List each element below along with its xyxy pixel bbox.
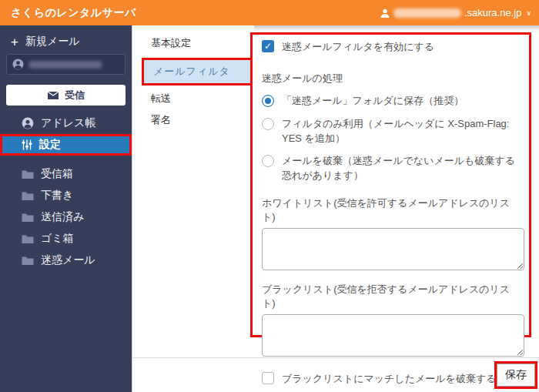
settings-menu: 基本設定 メールフィルタ 転送 署名	[132, 25, 254, 392]
webmail-app: さくらのレンタルサーバ .sakura.ne.jp ∨ + 新規メール	[0, 0, 539, 392]
sidebar: + 新規メール 受信 アドレス帳	[0, 25, 132, 392]
folder-icon	[22, 234, 34, 244]
discard-blacklist-checkbox-row[interactable]: ブラックリストにマッチしたメールを破棄する	[262, 372, 520, 387]
app-title: さくらのレンタルサーバ	[11, 6, 136, 20]
account-domain: .sakura.ne.jp	[464, 7, 521, 18]
folder-icon	[22, 213, 34, 223]
folder-label: 送信済み	[41, 210, 84, 224]
sidebar-item-inbox[interactable]: 受信箱	[22, 167, 73, 181]
redacted-account-name	[393, 8, 461, 18]
spam-handling-label: 迷惑メールの処理	[262, 72, 520, 85]
person-circle-icon	[12, 59, 24, 70]
chevron-down-icon: ∨	[526, 9, 531, 17]
whitelist-textarea[interactable]	[262, 228, 524, 270]
address-book-label: アドレス帳	[41, 116, 95, 130]
account-menu[interactable]: .sakura.ne.jp ∨	[380, 7, 531, 18]
radio-label: 「迷惑メール」フォルダに保存（推奨）	[282, 94, 464, 109]
folder-icon	[22, 169, 34, 179]
save-button-annotation: 保存	[494, 361, 537, 389]
folder-label: 受信箱	[41, 167, 73, 181]
user-icon	[380, 8, 390, 18]
sliders-icon	[22, 139, 32, 150]
account-selector[interactable]	[6, 54, 126, 75]
mail-filter-form: ✓ 迷惑メールフィルタを有効にする 迷惑メールの処理 「迷惑メール」フォルダに保…	[250, 32, 531, 337]
blacklist-textarea[interactable]	[262, 314, 524, 357]
sidebar-item-spam[interactable]: 迷惑メール	[22, 253, 95, 267]
folder-icon	[22, 191, 34, 201]
sidebar-item-sent[interactable]: 送信済み	[22, 210, 84, 224]
tab-forwarding[interactable]: 転送	[151, 92, 171, 106]
enable-spam-filter-checkbox-row[interactable]: ✓ 迷惑メールフィルタを有効にする	[262, 40, 520, 55]
discard-blacklist-label: ブラックリストにマッチしたメールを破棄する	[282, 372, 496, 387]
save-button[interactable]: 保存	[497, 364, 535, 387]
sidebar-item-settings[interactable]: 設定	[0, 134, 132, 156]
radio-selected-icon[interactable]	[262, 95, 274, 107]
redacted-account-name	[28, 61, 102, 69]
receive-button[interactable]: 受信	[6, 85, 126, 106]
new-mail-label: 新規メール	[25, 35, 80, 49]
folder-label: 下書き	[41, 189, 73, 203]
checkbox-checked-icon[interactable]: ✓	[262, 40, 274, 52]
sidebar-item-drafts[interactable]: 下書き	[22, 189, 73, 203]
tab-signature[interactable]: 署名	[151, 113, 171, 127]
address-book-icon	[22, 117, 34, 129]
whitelist-label: ホワイトリスト(受信を許可するメールアドレスのリスト)	[262, 196, 520, 224]
enable-spam-filter-label: 迷惑メールフィルタを有効にする	[282, 40, 434, 55]
settings-label: 設定	[39, 138, 61, 152]
folder-label: ゴミ箱	[41, 232, 74, 246]
folder-label: 迷惑メール	[41, 253, 95, 267]
sidebar-item-address-book[interactable]: アドレス帳	[22, 116, 95, 130]
radio-filter-only[interactable]: フィルタのみ利用（メールヘッダに X-Spam-Flag: YES を追加）	[262, 117, 520, 146]
receive-label: 受信	[65, 89, 85, 102]
radio-discard-mail[interactable]: メールを破棄（迷惑メールでないメールも破棄する恐れがあります）	[262, 154, 520, 183]
inbox-icon	[47, 91, 59, 100]
app-header: さくらのレンタルサーバ .sakura.ne.jp ∨	[0, 0, 539, 25]
tab-mail-filter-label: メールフィルタ	[144, 60, 250, 83]
radio-label: フィルタのみ利用（メールヘッダに X-Spam-Flag: YES を追加）	[282, 117, 520, 146]
blacklist-label: ブラックリスト(受信を拒否するメールアドレスのリスト)	[262, 283, 520, 310]
radio-save-to-spam-folder[interactable]: 「迷惑メール」フォルダに保存（推奨）	[262, 94, 520, 109]
new-mail-button[interactable]: + 新規メール	[11, 35, 80, 49]
radio-unselected-icon[interactable]	[262, 118, 274, 130]
tab-mail-filter[interactable]: メールフィルタ	[142, 58, 253, 85]
folder-icon	[22, 256, 34, 266]
radio-label: メールを破棄（迷惑メールでないメールも破棄する恐れがあります）	[282, 154, 520, 183]
plus-icon: +	[11, 35, 18, 49]
checkbox-unchecked-icon[interactable]	[262, 372, 274, 384]
sidebar-item-trash[interactable]: ゴミ箱	[22, 232, 74, 246]
tab-basic-settings[interactable]: 基本設定	[151, 36, 191, 50]
radio-unselected-icon[interactable]	[262, 155, 274, 167]
